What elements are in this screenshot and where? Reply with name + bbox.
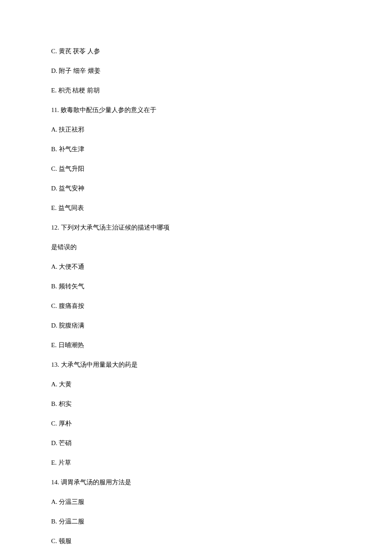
option-line: D. 芒硝 — [51, 439, 341, 448]
option-line: D. 附子 细辛 煨姜 — [51, 66, 341, 75]
question-line: 14. 调胃承气汤的服用方法是 — [51, 478, 341, 487]
option-line: E. 枳壳 桔梗 前胡 — [51, 86, 341, 95]
option-line: A. 扶正祛邪 — [51, 125, 341, 134]
option-line: C. 腹痛喜按 — [51, 302, 341, 311]
option-line: C. 黄芪 茯苓 人参 — [51, 47, 341, 56]
question-line: 12. 下列对大承气汤主治证候的描述中哪项 — [51, 223, 341, 232]
option-line: A. 分温三服 — [51, 497, 341, 506]
question-continuation: 是错误的 — [51, 243, 341, 252]
option-line: E. 片草 — [51, 458, 341, 467]
document-page: C. 黄芪 茯苓 人参 D. 附子 细辛 煨姜 E. 枳壳 桔梗 前胡 11. … — [0, 0, 392, 555]
option-line: C. 益气升阳 — [51, 164, 341, 173]
option-line: A. 大便不通 — [51, 262, 341, 271]
question-line: 13. 大承气汤中用量最大的药是 — [51, 360, 341, 369]
question-line: 11. 败毒散中配伍少量人参的意义在于 — [51, 106, 341, 115]
option-line: E. 日晡潮热 — [51, 341, 341, 350]
option-line: A. 大黄 — [51, 380, 341, 389]
option-line: B. 频转矢气 — [51, 282, 341, 291]
option-line: D. 脘腹痞满 — [51, 321, 341, 330]
option-line: B. 补气生津 — [51, 145, 341, 154]
option-line: B. 分温二服 — [51, 517, 341, 526]
option-line: E. 益气同表 — [51, 204, 341, 213]
option-line: D. 益气安神 — [51, 184, 341, 193]
option-line: C. 厚朴 — [51, 419, 341, 428]
option-line: B. 枳实 — [51, 400, 341, 408]
option-line: C. 顿服 — [51, 537, 341, 546]
